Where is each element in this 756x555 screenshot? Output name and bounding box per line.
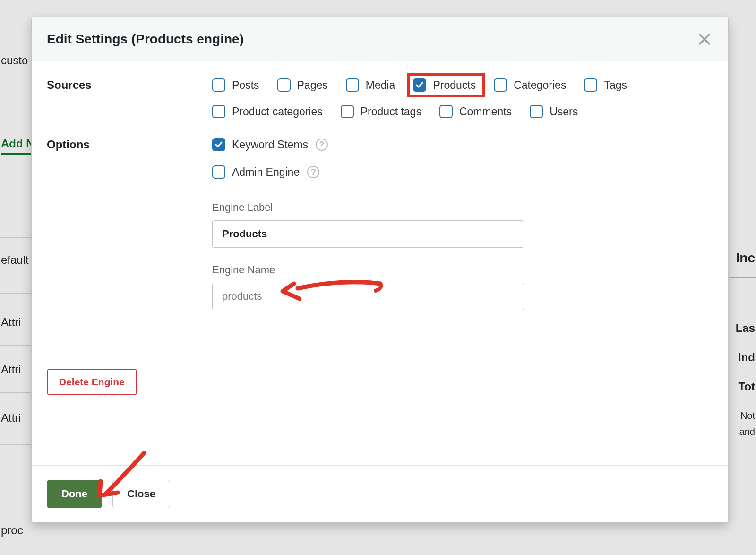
- bg-and: and: [739, 426, 755, 437]
- source-posts[interactable]: Posts: [212, 78, 259, 92]
- option-admin-engine[interactable]: Admin Engine ?: [212, 165, 713, 179]
- options-row: Options Keyword Stems ?: [47, 138, 713, 310]
- engine-label-caption: Engine Label: [212, 201, 713, 214]
- option-keyword-stems[interactable]: Keyword Stems ?: [212, 138, 713, 151]
- bg-addnew: Add N: [1, 137, 34, 155]
- checkbox-admin-engine[interactable]: [212, 165, 225, 179]
- bg-custo: custo: [1, 54, 28, 67]
- source-categories[interactable]: Categories: [494, 78, 566, 92]
- checkbox-posts[interactable]: [212, 78, 225, 92]
- done-button[interactable]: Done: [47, 480, 102, 508]
- label-admin-engine: Admin Engine: [232, 166, 300, 179]
- sources-row: Sources PostsPagesMediaProductsCategorie…: [47, 78, 713, 118]
- engine-name-input[interactable]: [212, 283, 524, 310]
- source-product-tags[interactable]: Product tags: [341, 105, 421, 118]
- bg-not: Not: [740, 410, 755, 421]
- close-icon[interactable]: [696, 31, 713, 48]
- bg-efault: efault: [1, 253, 29, 267]
- bg-inc: Inc: [736, 251, 755, 266]
- checkbox-product-tags[interactable]: [341, 105, 354, 118]
- sources-label: Sources: [47, 78, 212, 92]
- label-comments: Comments: [459, 105, 512, 118]
- source-users[interactable]: Users: [530, 105, 578, 118]
- sources-grid: PostsPagesMediaProductsCategoriesTagsPro…: [212, 78, 713, 118]
- source-comments[interactable]: Comments: [439, 105, 512, 118]
- bg-ind: Ind: [738, 351, 755, 364]
- engine-name-field: Engine Name: [212, 264, 713, 310]
- label-pages: Pages: [297, 79, 328, 92]
- checkbox-pages[interactable]: [277, 78, 291, 92]
- help-icon[interactable]: ?: [307, 166, 319, 178]
- options-label: Options: [47, 138, 212, 151]
- bg-attri3: Attri: [1, 411, 21, 425]
- label-categories: Categories: [514, 79, 566, 92]
- modal-body: Sources PostsPagesMediaProductsCategorie…: [32, 61, 728, 465]
- checkbox-tags[interactable]: [584, 78, 597, 92]
- checkbox-media[interactable]: [346, 78, 359, 92]
- bg-las: Las: [736, 321, 755, 335]
- source-pages[interactable]: Pages: [277, 78, 328, 92]
- source-tags[interactable]: Tags: [584, 78, 627, 92]
- bg-attri1: Attri: [1, 316, 21, 329]
- source-products[interactable]: Products: [407, 73, 485, 97]
- bg-attri2: Attri: [1, 363, 21, 376]
- source-product-categories[interactable]: Product categories: [212, 105, 323, 118]
- engine-name-caption: Engine Name: [212, 264, 713, 276]
- checkbox-comments[interactable]: [439, 105, 453, 118]
- engine-label-input[interactable]: [212, 220, 524, 248]
- label-product-categories: Product categories: [232, 105, 323, 118]
- modal-title: Edit Settings (Products engine): [47, 32, 244, 47]
- label-posts: Posts: [232, 79, 259, 92]
- bg-proc: proc: [1, 524, 23, 537]
- modal-header: Edit Settings (Products engine): [32, 17, 728, 61]
- modal-footer: Done Close: [32, 465, 728, 522]
- label-users: Users: [550, 105, 578, 118]
- checkbox-product-categories[interactable]: [212, 105, 225, 118]
- bg-tot: Tot: [738, 380, 755, 393]
- label-product-tags: Product tags: [361, 105, 421, 118]
- checkbox-keyword-stems[interactable]: [212, 138, 225, 151]
- engine-label-field: Engine Label: [212, 201, 713, 248]
- label-products: Products: [433, 79, 476, 92]
- label-media: Media: [366, 79, 395, 92]
- checkbox-categories[interactable]: [494, 78, 507, 92]
- source-media[interactable]: Media: [346, 78, 395, 92]
- edit-settings-modal: Edit Settings (Products engine) Sources …: [31, 17, 729, 523]
- close-button[interactable]: Close: [112, 480, 170, 508]
- delete-engine-button[interactable]: Delete Engine: [47, 369, 137, 395]
- label-tags: Tags: [604, 79, 627, 92]
- checkbox-products[interactable]: [413, 78, 426, 92]
- label-keyword-stems: Keyword Stems: [232, 139, 308, 151]
- checkbox-users[interactable]: [530, 105, 543, 118]
- help-icon[interactable]: ?: [316, 139, 328, 151]
